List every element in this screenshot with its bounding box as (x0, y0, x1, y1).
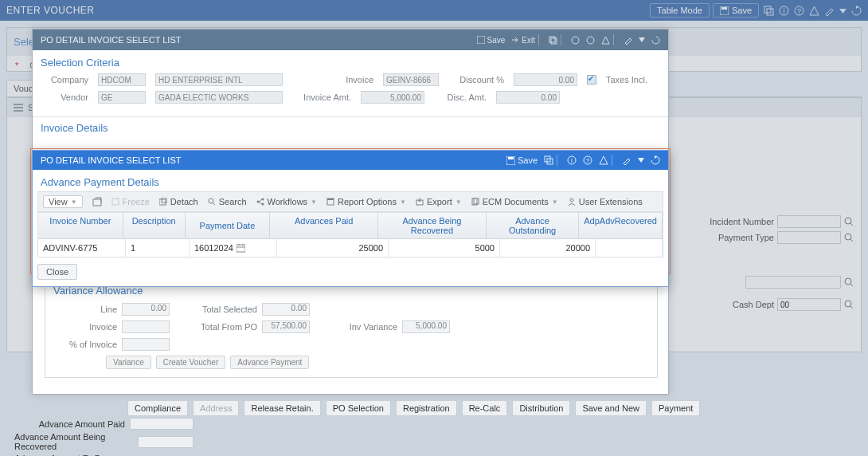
modal-title: PO DETAIL INVOICE SELECT LIST (41, 155, 500, 165)
svg-rect-23 (549, 37, 555, 42)
freeze-button: Freeze (111, 197, 150, 206)
refresh-icon[interactable] (651, 36, 660, 45)
bottom-actions: Compliance Address Release Retain. PO Se… (127, 400, 700, 416)
advance-payment-details-title: Advance Payment Details (33, 170, 668, 191)
help-icon[interactable]: ? (583, 155, 592, 165)
compliance-button[interactable]: Compliance (127, 400, 188, 416)
release-retain-button[interactable]: Release Retain. (244, 400, 320, 416)
variance-button[interactable]: Variance (106, 356, 151, 369)
svg-marker-27 (602, 37, 609, 44)
user-extensions-button[interactable]: User Extensions (568, 197, 643, 206)
save-icon (506, 156, 515, 165)
taxes-incl-checkbox[interactable] (587, 75, 596, 85)
svg-rect-41 (112, 199, 119, 205)
edit-icon[interactable] (624, 36, 632, 45)
svg-rect-30 (508, 157, 514, 159)
invoice-number: GEINV-8666 (383, 73, 439, 86)
advance-payment-button[interactable]: Advance Payment (230, 356, 309, 369)
svg-text:?: ? (586, 157, 590, 164)
payment-button[interactable]: Payment (651, 400, 700, 416)
detach-action-icon[interactable] (92, 197, 102, 206)
col-description[interactable]: Description (123, 213, 186, 238)
address-button: Address (193, 400, 239, 416)
ecm-documents-menu[interactable]: ECM Documents ▼ (471, 197, 558, 206)
detach-button[interactable]: Detach (159, 197, 198, 206)
svg-rect-22 (477, 36, 485, 44)
invoice-amt: 5,000.00 (361, 91, 424, 104)
dialog-title: PO DETAIL INVOICE SELECT LIST (41, 35, 471, 45)
svg-line-49 (259, 199, 262, 202)
col-advance-outstanding[interactable]: Advance Outstanding (487, 213, 579, 238)
svg-marker-28 (639, 37, 645, 42)
grid-header: Invoice Number Description Payment Date … (38, 213, 663, 239)
svg-rect-24 (551, 38, 557, 44)
calendar-icon[interactable] (237, 244, 245, 253)
dialog-save-button[interactable]: Save (477, 36, 506, 45)
svg-rect-57 (237, 245, 245, 252)
company-code: HDCOM (98, 73, 146, 86)
report-options-menu[interactable]: Report Options ▼ (326, 197, 406, 206)
disc-amt: 0.00 (496, 91, 560, 104)
copy-icon[interactable] (549, 36, 557, 45)
advance-being-recovered-value (138, 436, 194, 448)
col-advances-paid[interactable]: Advances Paid (270, 213, 378, 238)
recalc-button[interactable]: Re-Calc (462, 400, 508, 416)
table-row[interactable]: ADVINV-6775 1 16012024 25000 5000 20000 (38, 239, 663, 257)
col-invoice-number[interactable]: Invoice Number (38, 213, 123, 238)
export-menu[interactable]: Export ▼ (416, 197, 462, 206)
info-icon[interactable] (571, 36, 580, 45)
save-and-new-button[interactable]: Save and New (575, 400, 647, 416)
warning-icon[interactable] (601, 36, 610, 45)
svg-point-26 (587, 37, 594, 44)
svg-point-25 (572, 37, 579, 44)
svg-point-56 (570, 199, 573, 202)
chevron-down-icon[interactable] (638, 157, 644, 163)
close-button[interactable]: Close (37, 264, 77, 280)
warning-icon[interactable] (599, 155, 608, 165)
svg-rect-43 (162, 198, 167, 202)
edit-icon[interactable] (622, 155, 631, 165)
vendor-name: GADA ELECTIC WORKS (155, 91, 283, 104)
svg-line-50 (259, 202, 262, 204)
svg-marker-38 (638, 158, 644, 163)
modal-header: PO DETAIL INVOICE SELECT LIST Save i ? (33, 151, 668, 170)
search-button[interactable]: Search (208, 197, 247, 206)
registration-button[interactable]: Registration (396, 400, 457, 416)
discount-pct: 0.00 (514, 73, 577, 86)
svg-rect-40 (93, 199, 101, 206)
invoice-details-title: Invoice Details (33, 116, 668, 139)
advance-payment-modal: PO DETAIL INVOICE SELECT LIST Save i ? A… (32, 150, 669, 287)
company-name: HD ENTERPRISE INTL (155, 73, 283, 86)
dialog-header: PO DETAIL INVOICE SELECT LIST Save Exit (33, 29, 668, 50)
svg-line-45 (213, 202, 215, 205)
view-menu[interactable]: View ▼ (43, 195, 83, 208)
distribution-button[interactable]: Distribution (512, 400, 570, 416)
vendor-code: GE (98, 91, 146, 104)
create-voucher-button[interactable]: Create Voucher (156, 356, 226, 369)
dialog-exit-button[interactable]: Exit (511, 36, 535, 45)
copy-icon[interactable] (544, 155, 553, 165)
col-payment-date[interactable]: Payment Date (186, 213, 271, 238)
selection-criteria-title: Selection Criteria (33, 50, 668, 70)
advance-paid-value (130, 418, 194, 430)
advance-amounts: Advance Amount Paid Advance Amount Being… (14, 418, 194, 456)
grid-toolbar: View ▼ Freeze Detach Search Workflows ▼ … (37, 191, 663, 212)
po-selection-button[interactable]: PO Selection (326, 400, 391, 416)
info-icon[interactable]: i (567, 155, 577, 165)
modal-save-button[interactable]: Save (506, 155, 538, 165)
col-advance-being-recovered[interactable]: Advance Being Recovered (378, 213, 487, 238)
variance-panel: Variance Allowance Line0.00 Total Select… (45, 277, 658, 378)
col-adp-adv-recovered[interactable]: AdpAdvRecovered (579, 213, 663, 238)
help-icon[interactable] (586, 36, 595, 45)
chevron-down-icon[interactable] (639, 37, 645, 43)
refresh-icon[interactable] (651, 155, 660, 165)
svg-text:i: i (571, 157, 573, 164)
svg-marker-37 (600, 156, 608, 164)
svg-rect-52 (327, 199, 334, 200)
advance-grid: Invoice Number Description Payment Date … (37, 212, 663, 257)
workflows-menu[interactable]: Workflows ▼ (256, 197, 317, 206)
